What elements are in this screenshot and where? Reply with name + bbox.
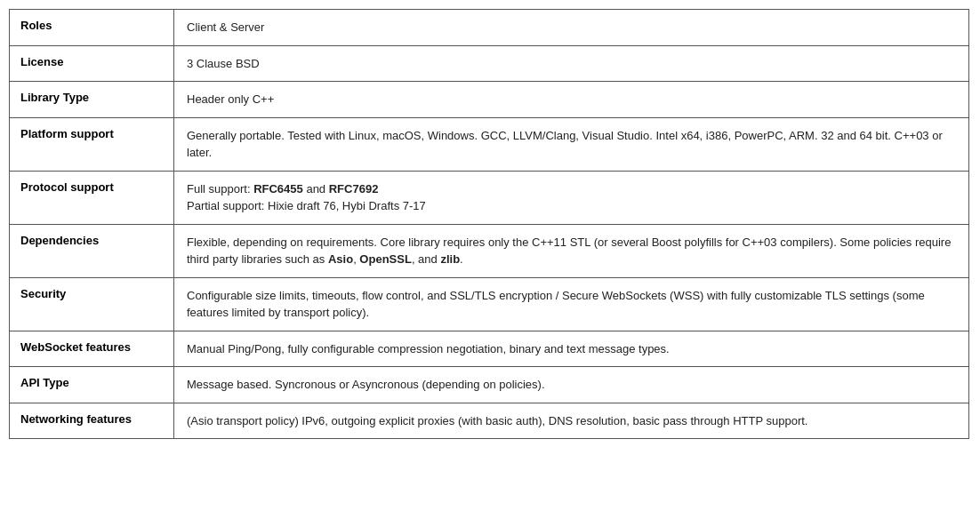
label-roles: Roles	[10, 10, 174, 45]
table-row: API TypeMessage based. Syncronous or Asy…	[10, 367, 968, 403]
label-websocket-features: WebSocket features	[10, 331, 174, 367]
value-platform-support: Generally portable. Tested with Linux, m…	[174, 118, 968, 171]
label-dependencies: Dependencies	[10, 225, 174, 277]
label-license: License	[10, 46, 174, 82]
value-license: 3 Clause BSD	[174, 46, 968, 82]
label-platform-support: Platform support	[10, 118, 174, 171]
value-networking-features: (Asio transport policy) IPv6, outgoing e…	[174, 403, 968, 439]
table-row: SecurityConfigurable size limits, timeou…	[10, 278, 968, 331]
label-security: Security	[10, 278, 174, 331]
label-networking-features: Networking features	[10, 403, 174, 439]
value-protocol-support: Full support: RFC6455 and RFC7692Partial…	[174, 172, 968, 224]
label-protocol-support: Protocol support	[10, 172, 174, 224]
value-roles: Client & Server	[174, 10, 968, 45]
label-library-type: Library Type	[10, 82, 174, 117]
table-row: WebSocket featuresManual Ping/Pong, full…	[10, 331, 968, 368]
table-row: DependenciesFlexible, depending on requi…	[10, 225, 968, 278]
value-dependencies: Flexible, depending on requirements. Cor…	[174, 225, 968, 277]
value-library-type: Header only C++	[174, 82, 968, 117]
value-security: Configurable size limits, timeouts, flow…	[174, 278, 968, 331]
table-row: Protocol supportFull support: RFC6455 an…	[10, 172, 968, 225]
table-row: RolesClient & Server	[10, 10, 968, 46]
feature-table: RolesClient & ServerLicense3 Clause BSDL…	[9, 9, 969, 439]
table-row: Library TypeHeader only C++	[10, 82, 968, 118]
table-row: License3 Clause BSD	[10, 46, 968, 83]
value-api-type: Message based. Syncronous or Asyncronous…	[174, 367, 968, 403]
value-websocket-features: Manual Ping/Pong, fully configurable com…	[174, 331, 968, 367]
table-row: Networking features(Asio transport polic…	[10, 403, 968, 439]
table-row: Platform supportGenerally portable. Test…	[10, 118, 968, 172]
label-api-type: API Type	[10, 367, 174, 403]
